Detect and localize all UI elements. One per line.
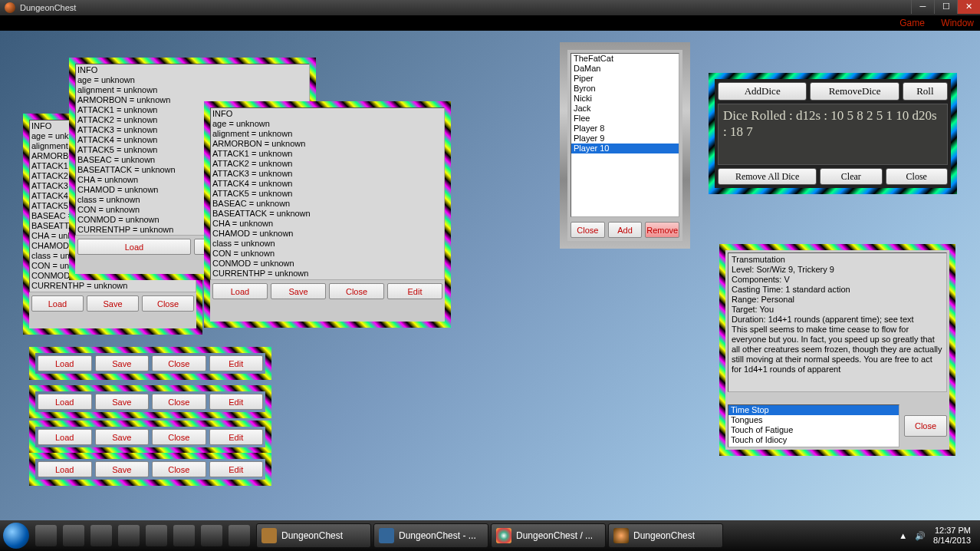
- player-list-item[interactable]: Nicki: [571, 94, 679, 104]
- player-list-item[interactable]: Player 8: [571, 124, 679, 134]
- remove-button[interactable]: Remove: [645, 222, 679, 238]
- window-titlebar: DungeonChest ─ ☐ ✕: [0, 0, 980, 15]
- load-button[interactable]: Load: [31, 295, 84, 312]
- clear-button[interactable]: Clear: [820, 168, 882, 185]
- clock[interactable]: 12:37 PM 8/14/2013: [933, 526, 971, 546]
- save-button[interactable]: Save: [95, 461, 150, 477]
- close-button[interactable]: Close: [904, 415, 947, 437]
- menu-window[interactable]: Window: [941, 18, 974, 28]
- dice-panel: AddDice RemoveDice Roll Dice Rolled : d1…: [709, 73, 957, 194]
- tray-chevron-icon[interactable]: ▲: [899, 531, 907, 540]
- player-list-item[interactable]: Jack: [571, 104, 679, 114]
- pinned-icon[interactable]: [146, 525, 167, 546]
- close-button[interactable]: Close: [152, 355, 206, 371]
- player-list-item[interactable]: Player 10: [571, 144, 679, 153]
- save-button[interactable]: Save: [271, 283, 326, 299]
- edit-button[interactable]: Edit: [209, 429, 264, 445]
- clock-date: 8/14/2013: [933, 536, 971, 546]
- spell-list-item[interactable]: Time Stop: [728, 405, 899, 415]
- player-list-item[interactable]: Byron: [571, 84, 679, 94]
- clock-time: 12:37 PM: [933, 526, 971, 536]
- button-strip-4: Load Save Close Edit: [29, 453, 271, 486]
- taskbar: DungeonChest DungeonChest - ... DungeonC…: [0, 520, 980, 551]
- save-button[interactable]: Save: [95, 355, 150, 371]
- close-button[interactable]: Close: [886, 168, 948, 185]
- pinned-icon[interactable]: [229, 525, 250, 546]
- load-button[interactable]: Load: [38, 429, 92, 445]
- app-icon: [379, 528, 394, 543]
- load-button[interactable]: Load: [38, 461, 92, 477]
- task-button[interactable]: DungeonChest - ...: [373, 523, 488, 548]
- close-button[interactable]: Close: [152, 394, 206, 410]
- save-button[interactable]: Save: [95, 394, 150, 410]
- load-button[interactable]: Load: [212, 283, 268, 299]
- char-info-front[interactable]: INFO age = unknown alignment = unknown A…: [210, 107, 445, 280]
- spell-text[interactable]: Transmutation Level: Sor/Wiz 9, Trickery…: [728, 252, 947, 392]
- player-panel: TheFatCatDaManPiperByronNickiJackFleePla…: [560, 42, 690, 249]
- save-button[interactable]: Save: [87, 295, 139, 312]
- edit-button[interactable]: Edit: [209, 394, 264, 410]
- task-label: DungeonChest - ...: [399, 530, 476, 541]
- button-strip-2: Load Save Close Edit: [29, 385, 271, 418]
- add-dice-button[interactable]: AddDice: [718, 82, 807, 101]
- close-button[interactable]: Close: [571, 222, 605, 238]
- task-label: DungeonChest / ...: [516, 530, 593, 541]
- close-window-button[interactable]: ✕: [957, 0, 980, 14]
- button-strip-3: Load Save Close Edit: [29, 421, 271, 454]
- player-list-item[interactable]: Player 9: [571, 134, 679, 144]
- add-button[interactable]: Add: [608, 222, 643, 238]
- maximize-button[interactable]: ☐: [934, 0, 957, 14]
- pinned-icon[interactable]: [63, 525, 84, 546]
- app-icon: [5, 2, 15, 13]
- roll-button[interactable]: Roll: [903, 82, 948, 101]
- system-tray[interactable]: ▲ 🔊 12:37 PM 8/14/2013: [899, 526, 977, 546]
- player-list-item[interactable]: TheFatCat: [571, 54, 679, 64]
- spell-panel: Transmutation Level: Sor/Wiz 9, Trickery…: [719, 244, 955, 456]
- save-button[interactable]: Save: [95, 429, 150, 445]
- spell-list-item[interactable]: Touch of Idiocy: [728, 435, 899, 445]
- button-strip-1: Load Save Close Edit: [29, 347, 271, 380]
- app-icon: [613, 528, 629, 543]
- close-button[interactable]: Close: [142, 295, 194, 312]
- pinned-icon[interactable]: [35, 525, 57, 546]
- pinned-icon[interactable]: [118, 525, 140, 546]
- pinned-icon[interactable]: [201, 525, 222, 546]
- remove-all-dice-button[interactable]: Remove All Dice: [718, 168, 817, 185]
- load-button[interactable]: Load: [38, 355, 92, 371]
- task-label: DungeonChest: [633, 530, 695, 541]
- pinned-icon[interactable]: [173, 525, 195, 546]
- task-button[interactable]: DungeonChest: [608, 523, 723, 548]
- close-button[interactable]: Close: [152, 429, 206, 445]
- edit-button[interactable]: Edit: [209, 355, 264, 371]
- volume-icon[interactable]: 🔊: [915, 531, 926, 541]
- spell-list-item[interactable]: Tongues: [728, 415, 899, 425]
- load-button[interactable]: Load: [38, 394, 92, 410]
- close-button[interactable]: Close: [152, 461, 206, 477]
- dice-output: Dice Rolled : d12s : 10 5 8 2 5 1 10 d20…: [718, 104, 948, 165]
- load-button[interactable]: Load: [77, 239, 191, 255]
- remove-dice-button[interactable]: RemoveDice: [810, 82, 899, 101]
- player-list-item[interactable]: Piper: [571, 74, 679, 84]
- task-button[interactable]: DungeonChest / ...: [491, 523, 606, 548]
- edit-button[interactable]: Edit: [209, 461, 264, 477]
- task-label: DungeonChest: [281, 530, 343, 541]
- chrome-icon: [496, 528, 511, 543]
- task-button[interactable]: DungeonChest: [256, 523, 371, 548]
- start-button[interactable]: [3, 523, 29, 549]
- menu-game[interactable]: Game: [899, 18, 925, 28]
- minimize-button[interactable]: ─: [911, 0, 934, 14]
- player-list[interactable]: TheFatCatDaManPiperByronNickiJackFleePla…: [571, 53, 679, 217]
- folder-icon: [261, 528, 277, 543]
- close-button[interactable]: Close: [329, 283, 384, 299]
- player-list-item[interactable]: Flee: [571, 114, 679, 124]
- window-title: DungeonChest: [20, 3, 76, 12]
- player-list-item[interactable]: DaMan: [571, 64, 679, 74]
- edit-button[interactable]: Edit: [387, 283, 442, 299]
- spell-list[interactable]: Time StopTonguesTouch of FatigueTouch of…: [728, 404, 899, 447]
- spell-list-item[interactable]: Touch of Fatigue: [728, 425, 899, 435]
- menubar: Game Window: [0, 15, 980, 31]
- char-panel-front: INFO age = unknown alignment = unknown A…: [204, 101, 451, 328]
- pinned-icon[interactable]: [90, 525, 112, 546]
